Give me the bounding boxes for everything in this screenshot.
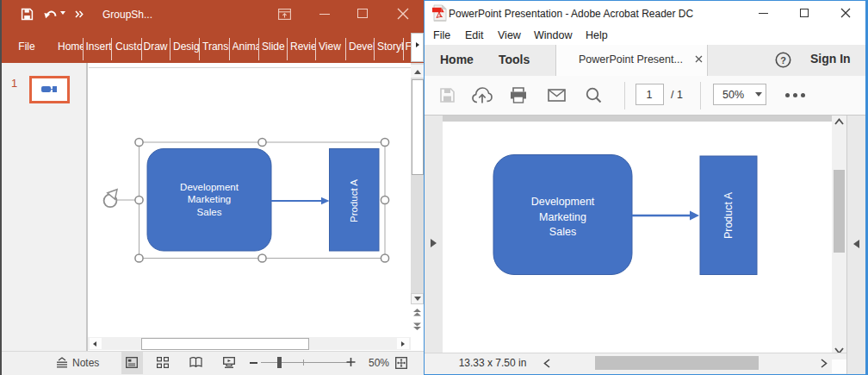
svg-text:Sales: Sales bbox=[197, 207, 222, 217]
svg-text:Development: Development bbox=[180, 182, 239, 192]
svg-text:Marketing: Marketing bbox=[539, 210, 586, 222]
svg-text:Marketing: Marketing bbox=[188, 194, 232, 204]
svg-text:Product A: Product A bbox=[349, 179, 359, 222]
svg-text:Sales: Sales bbox=[549, 226, 576, 238]
svg-text:Development: Development bbox=[531, 196, 595, 208]
svg-text:?: ? bbox=[780, 55, 786, 66]
svg-text:Product A: Product A bbox=[722, 191, 735, 239]
